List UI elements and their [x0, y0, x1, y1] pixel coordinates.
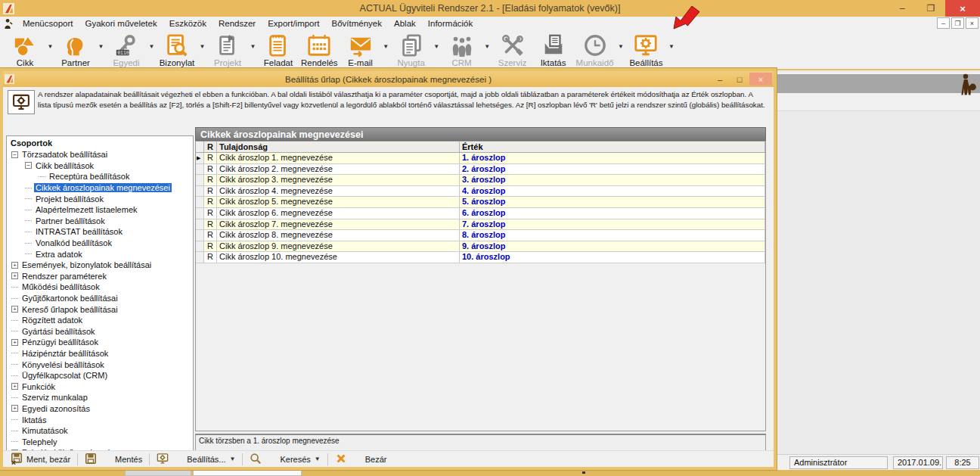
dialog-maximize-button[interactable]: □: [730, 73, 749, 86]
tree-item-label[interactable]: Működési beállítások: [20, 282, 101, 291]
tree-item-label[interactable]: Könyvelési beállítások: [20, 360, 106, 369]
tree-item-label[interactable]: Egyedi azonosítás: [20, 404, 91, 413]
tree-item-label[interactable]: Funkciók: [20, 382, 57, 391]
tree-item-label[interactable]: Ügyfélkapcsolat (CRM): [20, 371, 109, 380]
tree-item-label[interactable]: Szerviz munkalap: [20, 393, 89, 402]
table-row[interactable]: RCikk ároszlop 5. megnevezése5. ároszlop: [196, 197, 765, 208]
toolbar-button-rendel-s[interactable]: Rendelés: [299, 33, 340, 67]
chevron-down-icon[interactable]: ▼: [45, 43, 55, 50]
table-row[interactable]: RCikk ároszlop 3. megnevezése3. ároszlop: [196, 175, 765, 186]
tree-item[interactable]: +Események, bizonylatok beállításai: [7, 260, 193, 271]
cell-value[interactable]: 2. ároszlop: [460, 164, 765, 175]
tree-item[interactable]: Alapértelmezett listaelemek: [7, 204, 193, 216]
expand-icon[interactable]: +: [11, 306, 18, 313]
tree-item-label[interactable]: Projekt beállítások: [34, 194, 105, 204]
chevron-down-icon[interactable]: ▼: [315, 456, 321, 462]
minimize-button[interactable]: –: [888, 0, 916, 17]
menu-item-inform-ci-k[interactable]: Információk: [422, 18, 479, 29]
chevron-down-icon[interactable]: ▼: [482, 43, 492, 50]
collapse-icon[interactable]: −: [11, 151, 18, 158]
chevron-down-icon[interactable]: ▼: [230, 456, 236, 462]
cell-value[interactable]: 5. ároszlop: [460, 197, 765, 207]
toolbar-button-bizonylat[interactable]: Bizonylat: [157, 33, 197, 67]
tree-item-label[interactable]: Események, bizonylatok beállításai: [20, 260, 153, 269]
footer-button-bez-r[interactable]: Bezár: [330, 452, 392, 467]
tree-item-label[interactable]: INTRASTAT beállítások: [34, 227, 124, 236]
toolbar-button-be-ll-t-s[interactable]: Beállítás: [625, 33, 666, 67]
expand-icon[interactable]: +: [11, 262, 18, 269]
tree-item[interactable]: Partner beállítások: [7, 216, 193, 227]
cell-value[interactable]: 7. ároszlop: [460, 219, 765, 230]
expand-icon[interactable]: +: [11, 383, 18, 390]
tree-item[interactable]: Cikkek ároszlopainak megnevezései: [7, 182, 193, 194]
grid-column-header[interactable]: Érték: [460, 142, 765, 152]
close-button[interactable]: ×: [945, 0, 980, 17]
chevron-down-icon[interactable]: ▼: [381, 43, 391, 50]
menu-item-men-csoport[interactable]: Menücsoport: [17, 18, 79, 29]
tree-item[interactable]: Működési beállítások: [7, 282, 193, 293]
tree-item[interactable]: +Pénzügyi beállítások: [7, 337, 193, 348]
dialog-close-button[interactable]: ×: [749, 73, 772, 86]
tree-item-label[interactable]: Cikkek ároszlopainak megnevezései: [34, 183, 172, 192]
tree-item-label[interactable]: Vonalkód beállítások: [34, 238, 113, 247]
tree-item-label[interactable]: Partner beállítások: [34, 216, 107, 226]
footer-button-keres-s[interactable]: Keresés▼: [245, 452, 324, 467]
table-row[interactable]: RCikk ároszlop 6. megnevezése6. ároszlop: [196, 208, 765, 219]
tree-item[interactable]: Kimutatások: [7, 425, 193, 437]
toolbar-button-feladat[interactable]: Feladat: [258, 33, 299, 67]
tree-item[interactable]: Vonalkód beállítások: [7, 238, 193, 249]
tree-item[interactable]: Szerviz munkalap: [7, 392, 193, 403]
tree-item[interactable]: −Cikk beállítások: [7, 160, 193, 172]
chevron-down-icon[interactable]: ▼: [147, 43, 157, 50]
mdi-close-button[interactable]: ×: [966, 17, 978, 29]
menu-item-export-import[interactable]: Export/import: [262, 18, 325, 29]
expand-icon[interactable]: +: [11, 339, 18, 346]
footer-button-ment-s[interactable]: Mentés: [80, 452, 147, 467]
collapse-icon[interactable]: −: [25, 162, 32, 169]
tree-item[interactable]: Ügyfélkapcsolat (CRM): [7, 370, 193, 381]
expand-icon[interactable]: +: [11, 272, 18, 279]
dialog-minimize-button[interactable]: –: [710, 73, 730, 86]
cell-value[interactable]: 4. ároszlop: [460, 186, 765, 197]
menu-item-rendszer[interactable]: Rendszer: [212, 18, 262, 29]
table-row[interactable]: RCikk ároszlop 9. megnevezése9. ároszlop: [196, 241, 765, 253]
tree-item[interactable]: Házipénztár beállítások: [7, 348, 193, 359]
tree-item[interactable]: Telephely: [7, 436, 193, 447]
chevron-down-icon[interactable]: ▼: [666, 43, 676, 50]
mdi-restore-button[interactable]: ❐: [951, 17, 964, 29]
tree-item-label[interactable]: Cikk beállítások: [34, 161, 95, 170]
toolbar-button-iktat-s[interactable]: Iktatás: [533, 33, 574, 67]
tree-item[interactable]: Iktatás: [7, 414, 193, 425]
menu-item-gyakori-m-veletek[interactable]: Gyakori műveletek: [79, 18, 163, 29]
tree-item[interactable]: Receptúra beállítások: [7, 171, 193, 182]
grid-column-header[interactable]: R: [204, 142, 217, 152]
cell-value[interactable]: 8. ároszlop: [460, 230, 765, 241]
tree-item-label[interactable]: Telephely: [20, 437, 58, 446]
tree-item-label[interactable]: Pénzügyi beállítások: [20, 338, 100, 347]
menu-item-ablak[interactable]: Ablak: [388, 18, 422, 29]
tree-item-label[interactable]: Kimutatások: [20, 426, 70, 435]
table-row[interactable]: RCikk ároszlop 10. megnevezése10. ároszl…: [196, 252, 765, 263]
tree-item-label[interactable]: Gyártási beállítások: [20, 327, 97, 336]
tree-item-label[interactable]: Kereső űrlapok beállításai: [20, 305, 119, 314]
tree-item[interactable]: +Egyedi azonosítás: [7, 403, 193, 415]
tree-item-label[interactable]: Házipénztár beállítások: [20, 349, 110, 358]
toolbar-button-cikk[interactable]: Cikk: [5, 33, 45, 67]
tree-item[interactable]: Gyűjtőkartonok beállításai: [7, 293, 193, 304]
expand-icon[interactable]: +: [11, 405, 18, 412]
footer-button-ment-bez-r[interactable]: Ment, bezár: [6, 452, 75, 467]
chevron-down-icon[interactable]: ▼: [96, 43, 106, 50]
grid-column-header[interactable]: Tulajdonság: [217, 142, 460, 152]
table-row[interactable]: RCikk ároszlop 2. megnevezése2. ároszlop: [196, 164, 765, 176]
tree-item[interactable]: +Kereső űrlapok beállításai: [7, 303, 193, 315]
table-row[interactable]: RCikk ároszlop 4. megnevezése4. ároszlop: [196, 186, 765, 198]
tree-item[interactable]: Gyártási beállítások: [7, 326, 193, 338]
tree-item[interactable]: +Funkciók: [7, 381, 193, 392]
chevron-down-icon[interactable]: ▼: [248, 43, 258, 50]
tree-item-label[interactable]: Rendszer paraméterek: [20, 272, 108, 281]
cell-value[interactable]: 6. ároszlop: [460, 208, 765, 219]
tree-item-label[interactable]: Rögzített adatok: [20, 316, 84, 325]
cell-value[interactable]: 1. ároszlop: [460, 153, 765, 163]
table-row[interactable]: ▶RCikk ároszlop 1. megnevezése1. ároszlo…: [196, 153, 765, 164]
tree-item[interactable]: INTRASTAT beállítások: [7, 226, 193, 238]
